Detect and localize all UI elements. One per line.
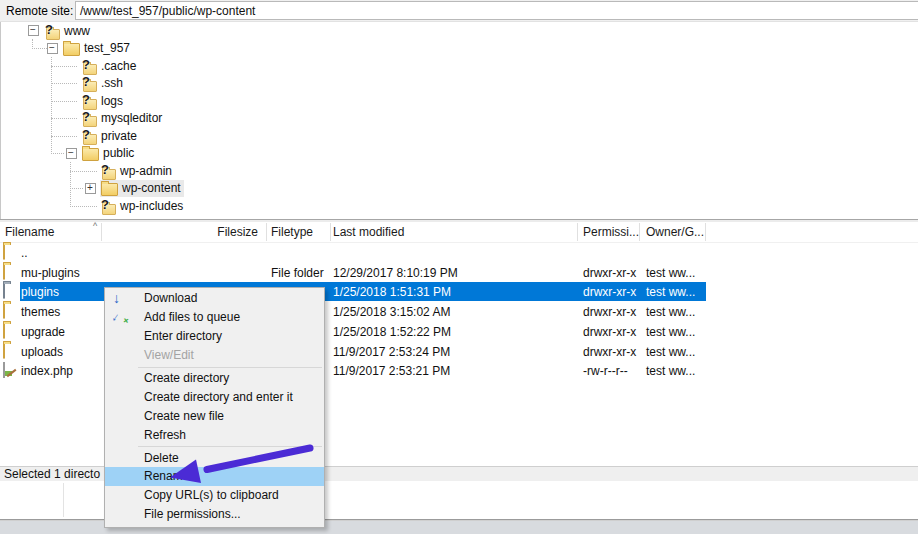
tree-node-label: public [103,146,134,160]
queue-column-divider [63,483,64,517]
tree-node-test-957[interactable]: − test_957 [47,40,133,57]
tree-node-label: wp-admin [120,164,172,178]
menu-item-refresh[interactable]: Refresh [105,425,324,444]
file-name: plugins [21,285,59,299]
menu-item-view-edit[interactable]: View/Edit [105,346,324,365]
unknown-folder-icon: ? [100,199,116,213]
menu-item-icon-empty [113,487,131,503]
unknown-folder-icon: ? [81,59,97,73]
tree-connector-line [70,162,71,207]
column-divider[interactable] [639,223,640,241]
file-name: themes [21,305,60,319]
collapse-icon[interactable]: − [28,25,39,36]
column-header-permissi[interactable]: Permissi... [583,225,639,239]
folder-icon [3,264,5,280]
tree-node-label: .ssh [101,76,123,90]
file-permissions: -rw-r--r-- [583,364,628,378]
file-name: mu-plugins [21,266,80,280]
context-menu-item-label: Copy URL(s) to clipboard [144,488,279,502]
menu-item-icon-empty [113,426,131,442]
tree-connector-line [32,48,47,49]
file-permissions: drwxr-xr-x [583,305,636,319]
tree-connector-line [70,171,97,172]
tree-node-public[interactable]: − public [66,145,137,162]
tree-node-wp-content[interactable]: + wp-content [85,180,184,197]
file-row--[interactable]: .. [0,243,918,263]
column-header-filesize[interactable]: Filesize [101,225,258,239]
expand-icon[interactable]: + [85,183,96,194]
context-menu-item-label: Rename [144,469,189,483]
menu-item-icon-empty [113,347,131,363]
file-modified: 1/25/2018 1:52:22 PM [333,325,451,339]
column-divider[interactable] [330,223,331,241]
folder-icon [3,303,5,319]
column-divider[interactable] [577,223,578,241]
tree-node-wp-includes[interactable]: ?wp-includes [85,197,186,214]
tree-node-label: mysqleditor [101,111,162,125]
file-row-mu-plugins[interactable]: mu-plugins File folder 12/29/2017 8:10:1… [0,263,918,283]
unknown-folder-icon: ? [81,129,97,143]
file-icon [3,304,5,318]
tree-node-private[interactable]: ?private [66,127,140,144]
column-header-owner-g[interactable]: Owner/G... [646,225,704,239]
menu-item-icon-empty [113,506,131,522]
remote-directory-tree: − ?www − test_957 ?.cache ?.ssh ?logs ?m… [0,22,918,219]
context-menu-item-label: Download [144,291,197,305]
context-menu-item-label: Create directory [144,371,229,385]
tree-node-www[interactable]: − ?www [28,22,93,39]
file-owner: test ww... [646,345,695,359]
menu-item-icon-empty [113,388,131,404]
file-owner: test ww... [646,285,695,299]
context-menu-item-label: Add files to queue [144,310,240,324]
menu-item-icon-empty [113,407,131,423]
column-header-filename[interactable]: Filename [5,225,54,239]
menu-item-add-files-to-queue[interactable]: ↓+ Add files to queue [105,308,324,327]
tree-connector-line [70,188,83,189]
tree-node--cache[interactable]: ?.cache [66,57,139,74]
menu-item-icon-empty [113,449,131,465]
column-divider[interactable] [266,223,267,241]
tree-node-label: test_957 [84,41,130,55]
tree-connector-line [51,153,64,154]
collapse-icon[interactable]: − [66,148,77,159]
file-modified: 1/25/2018 1:51:31 PM [333,285,451,299]
menu-item-create-new-file[interactable]: Create new file [105,406,324,425]
context-menu-item-label: Create new file [144,409,224,423]
menu-item-copy-url-s-to-clipboard[interactable]: Copy URL(s) to clipboard [105,486,324,505]
menu-item-icon-empty [113,370,131,386]
file-permissions: drwxr-xr-x [583,325,636,339]
menu-item-enter-directory[interactable]: Enter directory [105,327,324,346]
unknown-folder-icon: ? [44,24,60,38]
menu-item-download[interactable]: ↓ Download [105,289,324,308]
tree-node-label: wp-includes [120,199,183,213]
tree-node-wp-admin[interactable]: ?wp-admin [85,162,175,179]
tree-node-mysqleditor[interactable]: ?mysqleditor [66,110,165,127]
menu-separator [138,446,322,447]
folder-icon [82,148,99,161]
file-modified: 12/29/2017 8:10:19 PM [333,266,458,280]
sort-ascending-icon[interactable]: ^ [93,222,97,231]
menu-item-delete[interactable]: Delete [105,448,324,467]
file-permissions: drwxr-xr-x [583,345,636,359]
download-arrow-icon: ↓ [113,290,131,306]
menu-item-rename[interactable]: Rename [105,467,324,486]
remote-path-value: /www/test_957/public/wp-content [80,4,255,18]
menu-item-create-directory[interactable]: Create directory [105,369,324,388]
file-list-header: ^ FilenameFilesizeFiletypeLast modifiedP… [0,222,918,243]
file-type: File folder [271,266,324,280]
menu-item-create-directory-and-enter-it[interactable]: Create directory and enter it [105,387,324,406]
collapse-icon[interactable]: − [47,43,58,54]
remote-path-combobox[interactable]: /www/test_957/public/wp-content [75,1,918,20]
tree-node-label: logs [101,94,123,108]
column-divider[interactable] [705,223,706,241]
column-divider[interactable] [101,223,102,241]
folder-icon [3,283,5,299]
file-name: .. [21,246,28,260]
column-header-filetype[interactable]: Filetype [271,225,313,239]
tree-connector-line [51,66,77,67]
file-owner: test ww... [646,266,695,280]
folder-icon [63,43,80,56]
file-permissions: drwxr-xr-x [583,285,636,299]
menu-item-file-permissions[interactable]: File permissions... [105,505,324,524]
column-header-last-modified[interactable]: Last modified [333,225,404,239]
